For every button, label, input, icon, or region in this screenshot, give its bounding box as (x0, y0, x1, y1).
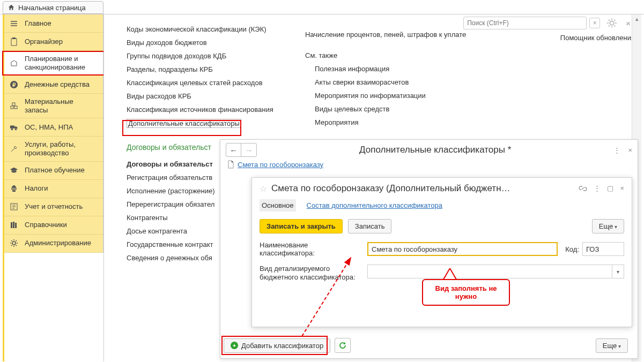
svg-rect-0 (11, 39, 17, 46)
menu-icon (10, 19, 18, 28)
graduation-icon (10, 166, 18, 175)
sidebar-item-label: Планирование и санкционирование (25, 55, 98, 71)
settings-icon[interactable] (606, 18, 617, 28)
kebab-icon[interactable]: ⋮ (594, 184, 601, 193)
chevron-down-icon[interactable]: ▾ (612, 265, 624, 278)
close-icon[interactable]: × (626, 19, 631, 28)
window-classifiers: ← → Дополнительные классификаторы * ⋮ × … (220, 139, 638, 359)
code-value: ГОЗ (586, 245, 599, 253)
sidebar-item-planning[interactable]: Планирование и санкционирование (4, 51, 103, 76)
sidebar-item-label: ОС, НМА, НПА (25, 123, 73, 132)
nav-link[interactable]: Дополнительные классификаторы (127, 119, 273, 128)
nav-link[interactable]: Акты сверки взаиморасчетов (315, 78, 466, 86)
clear-search-button[interactable]: × (589, 18, 600, 28)
sidebar: Главное Органайзер Планирование и санкци… (4, 14, 103, 253)
svg-rect-5 (14, 106, 17, 109)
name-value: Смета по гособоронзаказу (372, 245, 457, 253)
svg-rect-6 (12, 103, 15, 105)
star-icon[interactable]: ☆ (260, 184, 267, 194)
document-icon (227, 160, 234, 169)
nav-link[interactable]: Разделы, подразделы КРБ (127, 65, 273, 73)
svg-text:₽: ₽ (12, 82, 16, 88)
topbar: × × (463, 14, 631, 32)
search-box[interactable] (463, 17, 587, 29)
sidebar-item-money[interactable]: ₽ Денежные средства (4, 76, 103, 94)
close-icon[interactable]: × (628, 146, 632, 154)
home-tab-label: Начальная страница (18, 4, 86, 12)
svg-point-15 (610, 21, 614, 25)
nav-link[interactable]: Классификация целевых статей расходов (127, 79, 273, 87)
truck-icon (10, 123, 18, 132)
svg-rect-4 (11, 106, 13, 109)
nav-link[interactable]: Начисление процентов, пеней, штрафов к у… (305, 31, 466, 39)
tab-main[interactable]: Основное (260, 199, 296, 212)
nav-link[interactable]: Классификация источников финансирования (127, 105, 273, 114)
add-classifier-button[interactable]: + Добавить классификатор (224, 338, 330, 353)
label-kind: Вид детализируемого бюджетного классифик… (260, 265, 364, 282)
svg-rect-12 (13, 222, 14, 228)
nav-link[interactable]: Коды экономической классификации (КЭК) (127, 25, 273, 33)
link-icon[interactable] (579, 184, 587, 193)
books-icon (10, 221, 18, 229)
sidebar-item-organizer[interactable]: Органайзер (4, 33, 103, 51)
panel-title: Смета по гособоронзаказу (Дополнительный… (271, 183, 574, 194)
name-field[interactable]: Смета по гособоронзаказу (367, 242, 558, 256)
add-button-label: Добавить классификатор (241, 342, 323, 350)
sidebar-item-reports[interactable]: Учет и отчетность (4, 198, 103, 216)
nav-link[interactable]: Мероприятия по информатизации (315, 92, 466, 100)
sidebar-item-services[interactable]: Услуги, работы, производство (4, 137, 103, 161)
sidebar-item-taxes[interactable]: Налоги (4, 180, 103, 198)
sidebar-item-main[interactable]: Главное (4, 14, 103, 33)
tab-composition[interactable]: Состав дополнительного классификатора (305, 199, 445, 212)
svg-rect-11 (11, 222, 12, 228)
nav-link[interactable]: Виды расходов КРБ (127, 92, 273, 100)
sidebar-item-assets[interactable]: ОС, НМА, НПА (4, 118, 103, 137)
emblem-icon (10, 184, 18, 193)
nav-link[interactable]: Группы подвидов доходов КДБ (127, 52, 273, 60)
code-field[interactable]: ГОЗ (582, 242, 624, 256)
home-tab[interactable]: Начальная страница (3, 1, 103, 14)
svg-point-8 (11, 129, 13, 131)
breadcrumb-link[interactable]: Смета по гособоронзаказу (238, 161, 323, 169)
save-close-button[interactable]: Записать и закрыть (260, 219, 343, 233)
section-heading: См. также (305, 51, 466, 59)
ledger-icon (10, 202, 18, 211)
sidebar-item-label: Учет и отчетность (25, 202, 83, 211)
save-button[interactable]: Записать (348, 219, 392, 233)
svg-point-14 (12, 242, 16, 245)
nav-link[interactable]: Виды целевых средств (315, 105, 466, 113)
nav-link[interactable]: Мероприятия (315, 118, 466, 126)
sidebar-item-admin[interactable]: Администрирование (4, 235, 103, 253)
gear-icon (10, 239, 18, 247)
window-title: Дополнительные классификаторы * (261, 145, 609, 155)
more-button[interactable]: Еще (592, 219, 624, 233)
nav-forward-button[interactable]: → (241, 144, 256, 156)
nav-link[interactable]: Виды доходов бюджетов (127, 39, 273, 47)
sidebar-item-label: Платное обучение (25, 166, 85, 175)
nav-link[interactable]: Полезная информация (315, 65, 466, 73)
sidebar-item-label: Услуги, работы, производство (25, 140, 98, 157)
sidebar-item-label: Материальные запасы (25, 97, 98, 114)
nav-back-button[interactable]: ← (226, 144, 241, 156)
annotation-callout: Вид заполнять не нужно (422, 279, 510, 306)
sidebar-item-label: Администрирование (25, 239, 91, 247)
helper-link[interactable]: Помощник обновления (560, 34, 635, 42)
more-button[interactable]: Еще (596, 338, 628, 353)
ruble-icon: ₽ (10, 80, 18, 89)
kind-select[interactable]: ▾ (367, 265, 624, 278)
sidebar-item-education[interactable]: Платное обучение (4, 162, 103, 180)
svg-rect-13 (15, 223, 17, 228)
svg-point-9 (15, 129, 17, 131)
refresh-button[interactable] (335, 338, 351, 353)
close-icon[interactable]: × (620, 184, 624, 193)
maximize-icon[interactable]: ▢ (607, 184, 613, 193)
sidebar-item-stock[interactable]: Материальные запасы (4, 94, 103, 118)
search-input[interactable] (466, 19, 584, 27)
label-code: Код: (565, 245, 579, 253)
sidebar-item-catalogs[interactable]: Справочники (4, 216, 103, 235)
sidebar-item-label: Справочники (25, 221, 67, 229)
boxes-icon (10, 102, 18, 110)
kebab-icon[interactable]: ⋮ (613, 146, 620, 154)
scroll-up-icon[interactable]: ▴ (632, 16, 641, 22)
sidebar-item-label: Органайзер (25, 37, 63, 46)
